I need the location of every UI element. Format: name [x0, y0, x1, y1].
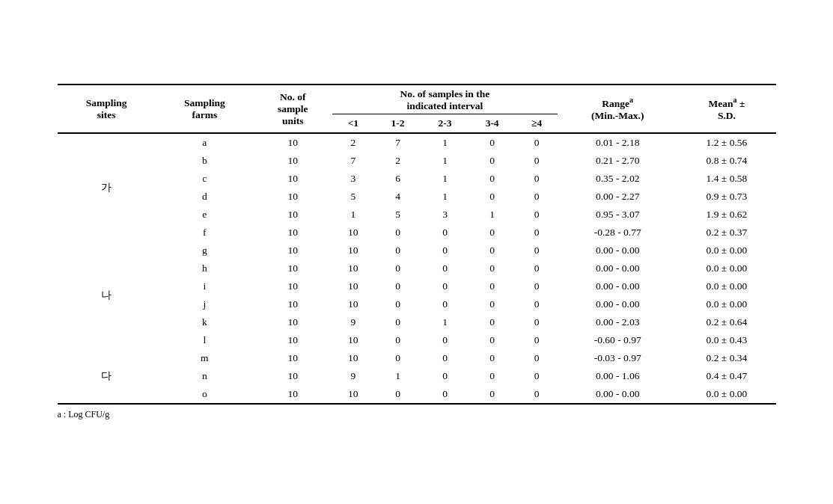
cell-range: 0.00 - 0.00: [558, 295, 677, 313]
cell-lt1: 10: [332, 277, 374, 295]
cell-lt1: 3: [332, 170, 374, 188]
cell-r23: 1: [421, 170, 469, 188]
cell-lt1: 1: [332, 206, 374, 224]
footnote: a : Log CFU/g: [58, 409, 776, 420]
cell-ge4: 0: [516, 259, 558, 277]
cell-r12: 0: [374, 295, 421, 313]
cell-units: 10: [254, 313, 332, 331]
cell-mean: 0.2 ± 0.34: [677, 349, 775, 367]
cell-lt1: 10: [332, 349, 374, 367]
cell-r34: 0: [469, 313, 516, 331]
cell-r23: 0: [421, 295, 469, 313]
cell-ge4: 0: [516, 367, 558, 385]
cell-units: 10: [254, 295, 332, 313]
cell-lt1: 10: [332, 331, 374, 349]
cell-r34: 0: [469, 170, 516, 188]
cell-r23: 3: [421, 206, 469, 224]
cell-r23: 1: [421, 188, 469, 206]
cell-mean: 0.0 ± 0.00: [677, 385, 775, 404]
cell-units: 10: [254, 385, 332, 404]
cell-r12: 1: [374, 367, 421, 385]
cell-ge4: 0: [516, 224, 558, 242]
col-2-3: 2-3: [421, 114, 469, 134]
cell-units: 10: [254, 188, 332, 206]
cell-ge4: 0: [516, 242, 558, 259]
cell-ge4: 0: [516, 277, 558, 295]
cell-r23: 0: [421, 259, 469, 277]
cell-lt1: 10: [332, 259, 374, 277]
cell-r23: 0: [421, 385, 469, 404]
cell-r34: 0: [469, 259, 516, 277]
cell-ge4: 0: [516, 188, 558, 206]
cell-r34: 0: [469, 349, 516, 367]
cell-r34: 0: [469, 295, 516, 313]
cell-range: 0.00 - 0.00: [558, 259, 677, 277]
cell-mean: 1.9 ± 0.62: [677, 206, 775, 224]
cell-range: -0.03 - 0.97: [558, 349, 677, 367]
cell-lt1: 2: [332, 133, 374, 152]
cell-lt1: 7: [332, 152, 374, 170]
cell-units: 10: [254, 170, 332, 188]
cell-mean: 0.0 ± 0.00: [677, 259, 775, 277]
cell-mean: 0.9 ± 0.73: [677, 188, 775, 206]
cell-farm: g: [156, 242, 254, 259]
cell-units: 10: [254, 349, 332, 367]
cell-units: 10: [254, 259, 332, 277]
cell-farm: m: [156, 349, 254, 367]
cell-r12: 0: [374, 259, 421, 277]
cell-lt1: 10: [332, 224, 374, 242]
data-table: Samplingsites Samplingfarms No. ofsample…: [58, 84, 776, 405]
cell-ge4: 0: [516, 313, 558, 331]
cell-range: 0.00 - 0.00: [558, 385, 677, 404]
col-ge4: ≥4: [516, 114, 558, 134]
cell-lt1: 9: [332, 367, 374, 385]
cell-ge4: 0: [516, 133, 558, 152]
cell-range: 0.00 - 0.00: [558, 277, 677, 295]
cell-farm: o: [156, 385, 254, 404]
cell-r23: 1: [421, 313, 469, 331]
cell-farm: a: [156, 133, 254, 152]
cell-site: 다: [58, 349, 156, 404]
cell-mean: 0.2 ± 0.64: [677, 313, 775, 331]
cell-lt1: 10: [332, 295, 374, 313]
cell-lt1: 9: [332, 313, 374, 331]
cell-units: 10: [254, 152, 332, 170]
cell-r12: 4: [374, 188, 421, 206]
cell-r34: 0: [469, 367, 516, 385]
cell-lt1: 10: [332, 385, 374, 404]
col-sampling-sites: Samplingsites: [58, 84, 156, 133]
col-range: Rangea(Min.-Max.): [558, 84, 677, 133]
cell-farm: b: [156, 152, 254, 170]
cell-farm: f: [156, 224, 254, 242]
cell-mean: 0.0 ± 0.00: [677, 242, 775, 259]
cell-mean: 1.2 ± 0.56: [677, 133, 775, 152]
cell-farm: l: [156, 331, 254, 349]
cell-r12: 7: [374, 133, 421, 152]
cell-ge4: 0: [516, 295, 558, 313]
col-interval-group: No. of samples in theindicated interval: [332, 84, 558, 114]
cell-range: 0.00 - 2.03: [558, 313, 677, 331]
cell-mean: 1.4 ± 0.58: [677, 170, 775, 188]
cell-farm: n: [156, 367, 254, 385]
cell-lt1: 10: [332, 242, 374, 259]
cell-units: 10: [254, 367, 332, 385]
cell-farm: d: [156, 188, 254, 206]
cell-farm: h: [156, 259, 254, 277]
cell-range: 0.00 - 2.27: [558, 188, 677, 206]
col-sample-units: No. ofsampleunits: [254, 84, 332, 133]
cell-ge4: 0: [516, 331, 558, 349]
cell-range: 0.21 - 2.70: [558, 152, 677, 170]
cell-r34: 0: [469, 152, 516, 170]
cell-r34: 0: [469, 188, 516, 206]
col-1-2: 1-2: [374, 114, 421, 134]
cell-r23: 1: [421, 152, 469, 170]
cell-r34: 0: [469, 224, 516, 242]
cell-r12: 0: [374, 349, 421, 367]
cell-r23: 0: [421, 349, 469, 367]
cell-r23: 0: [421, 224, 469, 242]
cell-range: 0.01 - 2.18: [558, 133, 677, 152]
cell-r23: 1: [421, 133, 469, 152]
cell-farm: k: [156, 313, 254, 331]
cell-units: 10: [254, 206, 332, 224]
cell-r34: 0: [469, 385, 516, 404]
